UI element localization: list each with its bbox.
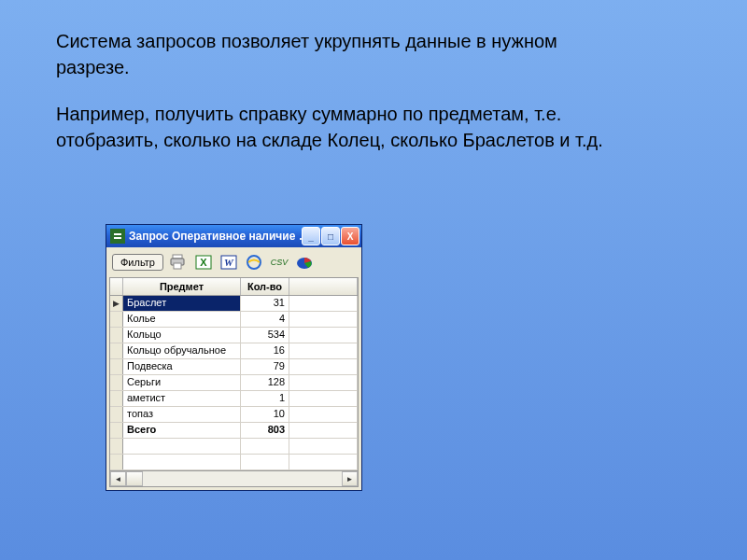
header-rest	[289, 278, 358, 295]
table-row[interactable]: Подвеска79	[110, 359, 358, 375]
app-window: Запрос Оперативное наличие … _ □ X Фильт…	[106, 224, 362, 491]
header-item[interactable]: Предмет	[123, 278, 241, 295]
table-row[interactable]: аметист1	[110, 391, 358, 407]
close-button[interactable]: X	[341, 227, 359, 245]
total-label: Всего	[123, 423, 241, 438]
cell-rest	[289, 343, 358, 358]
table-row[interactable]: топаз10	[110, 407, 358, 423]
total-qty: 803	[241, 423, 289, 438]
svg-rect-5	[174, 263, 181, 269]
horizontal-scrollbar[interactable]: ◄ ►	[109, 471, 359, 487]
scroll-left-button[interactable]: ◄	[110, 471, 126, 486]
row-marker	[110, 359, 123, 374]
scroll-right-button[interactable]: ►	[342, 471, 358, 486]
csv-icon[interactable]: CSV	[269, 252, 289, 273]
cell-qty[interactable]: 1	[241, 391, 289, 406]
row-marker	[110, 423, 123, 438]
toolbar: Фильтр X W CSV	[106, 247, 361, 277]
ie-icon[interactable]	[244, 252, 264, 273]
excel-icon[interactable]: X	[193, 252, 214, 273]
cell-item[interactable]: Подвеска	[123, 359, 241, 374]
chart-icon[interactable]	[294, 252, 315, 273]
filter-button[interactable]: Фильтр	[112, 254, 163, 271]
window-title: Запрос Оперативное наличие …	[129, 230, 302, 243]
row-marker	[110, 391, 123, 406]
cell-rest	[289, 359, 358, 374]
cell-qty[interactable]: 128	[241, 375, 289, 390]
word-icon[interactable]: W	[218, 252, 239, 273]
table-row[interactable]: Серьги128	[110, 375, 358, 391]
cell-item[interactable]: аметист	[123, 391, 241, 406]
row-marker	[110, 407, 123, 422]
cell-rest	[289, 296, 358, 311]
cell-rest	[289, 375, 358, 390]
cell-qty[interactable]: 31	[241, 296, 289, 311]
table-row[interactable]: Колье4	[110, 312, 358, 328]
row-marker	[110, 328, 123, 343]
svg-rect-0	[112, 231, 123, 242]
svg-rect-2	[114, 237, 121, 239]
table-row[interactable]: Кольцо534	[110, 328, 358, 343]
row-marker	[110, 312, 123, 327]
svg-text:X: X	[200, 257, 207, 268]
header-qty[interactable]: Кол-во	[241, 278, 289, 295]
cell-qty[interactable]: 10	[241, 407, 289, 422]
table-total-row: Всего803	[110, 423, 358, 439]
table-row[interactable]: Кольцо обручальное16	[110, 343, 358, 359]
cell-qty[interactable]: 4	[241, 312, 289, 327]
cell-item[interactable]: Браслет	[123, 296, 241, 311]
cell-rest	[289, 391, 358, 406]
minimize-button[interactable]: _	[302, 227, 320, 245]
titlebar[interactable]: Запрос Оперативное наличие … _ □ X	[106, 225, 361, 247]
table-row-empty	[110, 439, 358, 455]
cell-rest	[289, 407, 358, 422]
cell-item[interactable]: топаз	[123, 407, 241, 422]
row-marker	[110, 343, 123, 358]
cell-rest	[289, 328, 358, 343]
slide-text: Система запросов позволяет укрупнять дан…	[56, 28, 616, 174]
slide-paragraph-1: Система запросов позволяет укрупнять дан…	[56, 28, 616, 80]
table-row-empty	[110, 455, 358, 470]
row-marker: ▶	[110, 296, 123, 311]
cell-rest	[289, 312, 358, 327]
cell-item[interactable]: Кольцо	[123, 328, 241, 343]
cell-qty[interactable]: 79	[241, 359, 289, 374]
app-icon	[110, 229, 125, 244]
cell-item[interactable]: Серьги	[123, 375, 241, 390]
header-marker[interactable]	[110, 278, 123, 295]
cell-qty[interactable]: 534	[241, 328, 289, 343]
cell-item[interactable]: Кольцо обручальное	[123, 343, 241, 358]
scroll-track[interactable]	[126, 471, 342, 486]
grid-header: Предмет Кол-во	[110, 278, 358, 296]
maximize-button[interactable]: □	[321, 227, 340, 245]
print-icon[interactable]	[168, 252, 189, 273]
svg-text:CSV: CSV	[271, 258, 289, 267]
cell-qty[interactable]: 16	[241, 343, 289, 358]
cell-item[interactable]: Колье	[123, 312, 241, 327]
table-row[interactable]: ▶Браслет31	[110, 296, 358, 312]
svg-text:W: W	[224, 257, 234, 268]
scroll-thumb[interactable]	[126, 471, 143, 486]
row-marker	[110, 375, 123, 390]
svg-rect-1	[114, 233, 121, 235]
svg-rect-3	[173, 255, 182, 259]
window-controls: _ □ X	[302, 227, 359, 245]
slide-paragraph-2: Например, получить справку суммарно по п…	[56, 101, 616, 153]
data-grid[interactable]: Предмет Кол-во ▶Браслет31Колье4Кольцо534…	[109, 277, 359, 471]
